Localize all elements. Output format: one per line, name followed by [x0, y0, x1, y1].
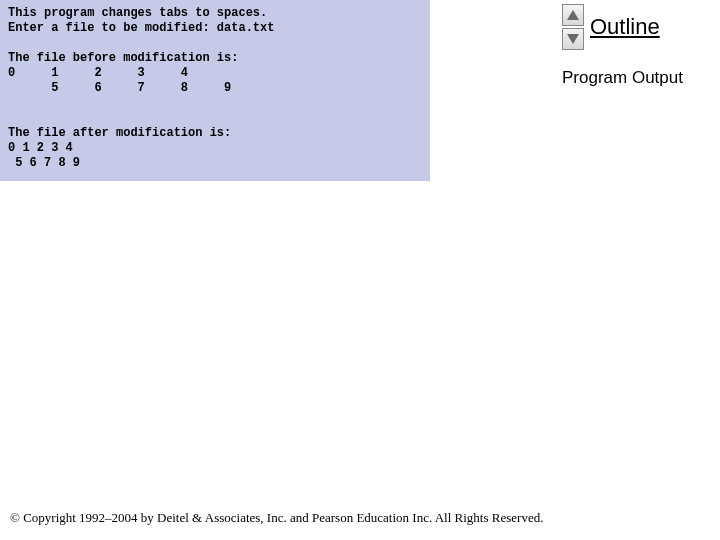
outline-link[interactable]: Outline	[590, 14, 660, 40]
output-line: The file after modification is:	[8, 126, 231, 140]
next-slide-button[interactable]	[562, 28, 584, 50]
right-column: Outline Program Output	[562, 4, 720, 88]
nav-row: Outline	[562, 4, 720, 50]
output-line	[8, 36, 15, 50]
output-line: 0 1 2 3 4	[8, 141, 73, 155]
section-title: Program Output	[562, 68, 720, 88]
output-line: 5 6 7 8 9	[8, 156, 80, 170]
output-line	[8, 111, 15, 125]
output-line: This program changes tabs to spaces.	[8, 6, 267, 20]
program-output-panel: This program changes tabs to spaces. Ent…	[0, 0, 430, 181]
slide: This program changes tabs to spaces. Ent…	[0, 0, 720, 540]
output-line: The file before modification is:	[8, 51, 238, 65]
output-line: Enter a file to be modified: data.txt	[8, 21, 274, 35]
chevron-down-icon	[567, 34, 579, 44]
output-line: 5 6 7 8 9	[8, 81, 231, 95]
output-line	[8, 96, 15, 110]
copyright-footer: © Copyright 1992–2004 by Deitel & Associ…	[10, 510, 543, 526]
chevron-up-icon	[567, 10, 579, 20]
nav-button-stack	[562, 4, 584, 50]
output-line: 0 1 2 3 4	[8, 66, 188, 80]
prev-slide-button[interactable]	[562, 4, 584, 26]
